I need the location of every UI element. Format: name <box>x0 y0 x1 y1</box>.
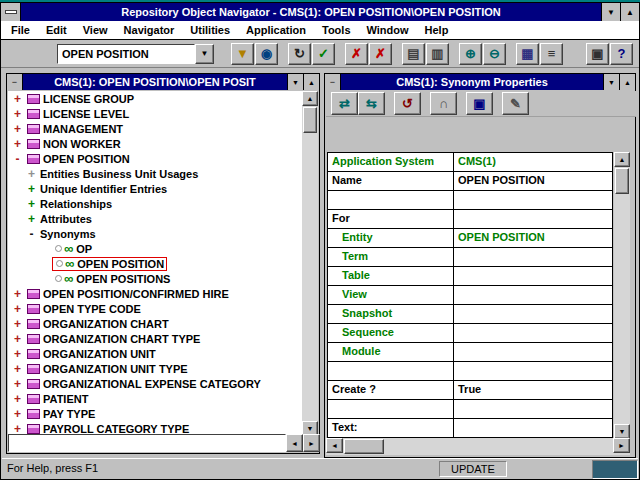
expand-icon[interactable]: + <box>11 317 24 331</box>
grid-vertical-scrollbar[interactable]: ▲ ▼ <box>614 152 630 439</box>
property-value[interactable]: OPEN POSITION <box>454 172 612 190</box>
expand-icon[interactable]: + <box>11 122 24 136</box>
scroll-up-button[interactable]: ▲ <box>302 91 318 106</box>
system-menu-button[interactable] <box>1 3 21 21</box>
property-value[interactable] <box>454 210 612 228</box>
expand-icon[interactable]: + <box>25 167 38 181</box>
combo-dropdown-button[interactable]: ▼ <box>195 44 214 64</box>
pin-button[interactable]: ✎ <box>502 92 529 115</box>
expand-button[interactable]: ⊕ <box>459 43 482 65</box>
properties-window-maximize-button[interactable]: ▲ <box>619 74 635 90</box>
property-value[interactable] <box>454 248 612 266</box>
expand-icon[interactable]: + <box>11 137 24 151</box>
tree-node[interactable]: PAYROLL CATEGORY TYPE <box>24 423 191 435</box>
save-button[interactable]: ▣ <box>466 92 493 115</box>
grid-horizontal-scrollbar[interactable]: ◄ ► <box>326 438 630 455</box>
tree-item[interactable]: +OPEN POSITION/CONFIRMED HIRE <box>8 286 304 301</box>
collapse-icon[interactable]: - <box>25 227 38 241</box>
scroll-up-button[interactable]: ▲ <box>614 152 630 167</box>
tree-filter-input[interactable] <box>8 434 286 452</box>
tree-item[interactable]: +PATIENT <box>8 391 304 406</box>
collapse-button[interactable]: ⊖ <box>483 43 506 65</box>
insert-button[interactable]: ∩ <box>430 92 457 115</box>
requery-button[interactable]: ↻ <box>288 43 311 65</box>
tree-node[interactable]: ∞OPEN POSITIONS <box>52 273 172 285</box>
tree-node-selected[interactable]: ∞OPEN POSITION <box>52 257 167 271</box>
expand-icon[interactable]: + <box>11 302 24 316</box>
scroll-right-button[interactable]: ► <box>303 434 320 452</box>
property-value[interactable] <box>454 286 612 304</box>
collapse-icon[interactable]: - <box>11 152 24 166</box>
tree-node[interactable]: ORGANIZATION CHART TYPE <box>24 333 202 345</box>
copy-properties-button[interactable]: ⇄ <box>331 92 358 115</box>
expand-icon[interactable]: + <box>11 287 24 301</box>
scroll-left-button[interactable]: ◄ <box>286 434 303 452</box>
tree-node[interactable]: ORGANIZATION UNIT TYPE <box>24 363 190 375</box>
tree-item[interactable]: -OPEN POSITION <box>8 151 304 166</box>
maximize-button[interactable]: ▲ <box>620 3 639 21</box>
filter-button[interactable]: ▼ <box>231 43 254 65</box>
property-value[interactable] <box>454 400 612 418</box>
expand-icon[interactable]: + <box>11 107 24 121</box>
tree-scroll-thumb[interactable] <box>303 107 317 133</box>
tree-node[interactable]: Synonyms <box>38 228 98 240</box>
tree-item[interactable]: +OPEN TYPE CODE <box>8 301 304 316</box>
properties-window-minimize-button[interactable]: ▼ <box>603 74 619 90</box>
properties-window-menu-button[interactable]: − <box>325 74 341 90</box>
tree-item[interactable]: +Unique Identifier Entries <box>8 181 304 196</box>
tree-vertical-scrollbar[interactable]: ▲ ▼ <box>302 91 318 436</box>
grid-hscroll-thumb[interactable] <box>344 439 384 454</box>
property-value[interactable] <box>454 191 612 209</box>
menu-utilities[interactable]: Utilities <box>182 24 238 36</box>
tree-node[interactable]: Unique Identifier Entries <box>38 183 169 195</box>
tree-item[interactable]: +Relationships <box>8 196 304 211</box>
menu-tools[interactable]: Tools <box>314 24 359 36</box>
property-value[interactable] <box>454 343 612 361</box>
copy-button[interactable]: ▤ <box>402 43 425 65</box>
expand-icon[interactable]: + <box>11 377 24 391</box>
tree-node[interactable]: OPEN POSITION/CONFIRMED HIRE <box>24 288 231 300</box>
tree-node[interactable]: LICENSE LEVEL <box>24 108 131 120</box>
menu-file[interactable]: File <box>3 24 38 36</box>
property-value[interactable]: OPEN POSITION <box>454 229 612 247</box>
tree-item[interactable]: +ORGANIZATIONAL EXPENSE CATEGORY <box>8 376 304 391</box>
property-value[interactable] <box>454 419 612 437</box>
tree-node[interactable]: PATIENT <box>24 393 90 405</box>
menu-edit[interactable]: Edit <box>38 24 75 36</box>
tree-node[interactable]: NON WORKER <box>24 138 123 150</box>
tree-node[interactable]: ORGANIZATION CHART <box>24 318 171 330</box>
help-button[interactable]: ? <box>610 43 633 65</box>
tree-node[interactable]: Entities Business Unit Usages <box>38 168 200 180</box>
tree-item[interactable]: +MANAGEMENT <box>8 121 304 136</box>
paste-properties-button[interactable]: ⇆ <box>358 92 385 115</box>
expand-icon[interactable]: + <box>25 182 38 196</box>
minimize-button[interactable]: ▼ <box>601 3 620 21</box>
tree-item[interactable]: +ORGANIZATION UNIT TYPE <box>8 361 304 376</box>
tree-item[interactable]: ∞OPEN POSITIONS <box>8 271 304 286</box>
tree-node[interactable]: Attributes <box>38 213 94 225</box>
expand-icon[interactable]: + <box>25 197 38 211</box>
property-value[interactable]: CMS(1) <box>454 153 612 171</box>
tree-item[interactable]: +Entities Business Unit Usages <box>8 166 304 181</box>
tree-node[interactable]: OPEN POSITION <box>24 153 132 165</box>
cut-button[interactable]: ✗ <box>345 43 368 65</box>
tree-node[interactable]: ORGANIZATIONAL EXPENSE CATEGORY <box>24 378 263 390</box>
menu-window[interactable]: Window <box>359 24 417 36</box>
menu-application[interactable]: Application <box>238 24 314 36</box>
tree-window-maximize-button[interactable]: ▲ <box>303 74 319 90</box>
expand-icon[interactable]: + <box>11 392 24 406</box>
tree-node[interactable]: OPEN TYPE CODE <box>24 303 143 315</box>
tree-item[interactable]: ∞OPEN POSITION <box>8 256 304 271</box>
scroll-track[interactable] <box>343 438 613 455</box>
expand-icon[interactable]: + <box>25 212 38 226</box>
properties-button[interactable]: ▦ <box>516 43 539 65</box>
tree-item[interactable]: ∞OP <box>8 241 304 256</box>
object-combo-input[interactable] <box>57 44 195 64</box>
tree-node[interactable]: ∞OP <box>52 243 94 255</box>
expand-icon[interactable]: + <box>11 347 24 361</box>
scroll-right-button[interactable]: ► <box>613 438 630 453</box>
tree-item[interactable]: +ORGANIZATION CHART <box>8 316 304 331</box>
paste-button[interactable]: ▥ <box>426 43 449 65</box>
tree-item[interactable]: -Synonyms <box>8 226 304 241</box>
text-edit-button[interactable]: ≡ <box>540 43 563 65</box>
